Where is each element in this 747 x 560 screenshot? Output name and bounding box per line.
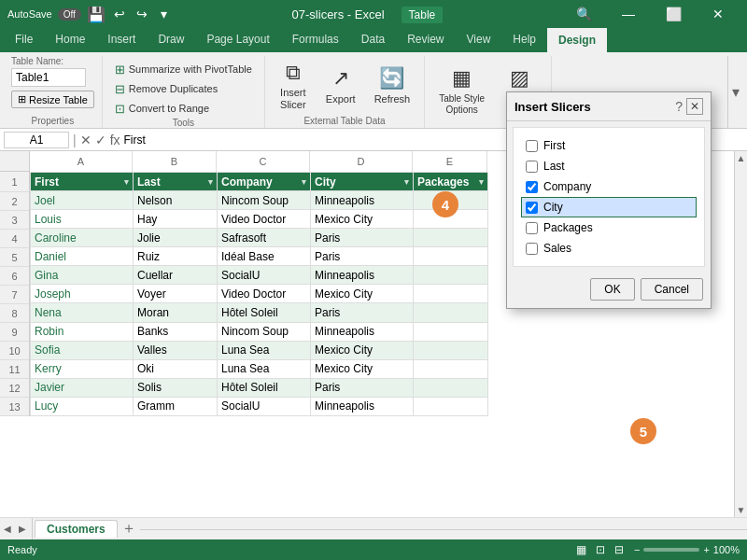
cell-r11-city[interactable]: Mexico City (311, 359, 414, 378)
cell-r10-city[interactable]: Mexico City (311, 341, 414, 359)
dialog-close-button[interactable]: ✕ (686, 98, 703, 115)
tab-help[interactable]: Help (501, 28, 547, 52)
cell-r3-first[interactable]: Louis (31, 210, 134, 229)
slicer-item-last[interactable]: Last (521, 156, 697, 176)
header-city[interactable]: City▾ (311, 173, 414, 191)
cell-r11-company[interactable]: Luna Sea (218, 359, 311, 378)
cell-r8-last[interactable]: Moran (134, 303, 218, 322)
cell-r4-first[interactable]: Caroline (31, 229, 134, 247)
undo-icon[interactable]: ↩ (111, 6, 128, 22)
cell-r3-city[interactable]: Mexico City (311, 210, 414, 229)
scroll-right-icon[interactable]: ▶ (15, 524, 30, 534)
cell-r11-first[interactable]: Kerry (31, 359, 134, 378)
tab-file[interactable]: File (4, 28, 44, 52)
header-last[interactable]: Last▾ (134, 173, 218, 191)
cell-r9-company[interactable]: Nincom Soup (218, 322, 311, 341)
cell-r10-packages[interactable] (414, 341, 488, 359)
cell-r12-packages[interactable] (414, 378, 488, 397)
cell-r5-last[interactable]: Ruiz (134, 247, 218, 266)
header-company[interactable]: Company▾ (218, 173, 311, 191)
tab-design[interactable]: Design (547, 28, 607, 52)
zoom-in-icon[interactable]: + (703, 544, 709, 555)
cell-r9-first[interactable]: Robin (31, 322, 134, 341)
page-layout-view-icon[interactable]: ⊡ (593, 542, 608, 557)
cell-r7-company[interactable]: Video Doctor (218, 285, 311, 303)
redo-icon[interactable]: ↪ (134, 6, 150, 22)
cell-r13-packages[interactable] (414, 397, 488, 415)
minimize-button[interactable]: — (607, 0, 650, 28)
cell-r8-company[interactable]: Hôtel Soleil (218, 303, 311, 322)
cell-r10-last[interactable]: Valles (134, 341, 218, 359)
slicer-item-city[interactable]: City (521, 197, 697, 217)
save-icon[interactable]: 💾 (87, 6, 106, 23)
col-header-c[interactable]: C (217, 151, 310, 172)
zoom-slider-track[interactable] (643, 548, 699, 552)
cell-r11-packages[interactable] (414, 359, 488, 378)
dialog-help-icon[interactable]: ? (675, 99, 683, 114)
page-break-view-icon[interactable]: ⊟ (612, 542, 627, 557)
tab-page-layout[interactable]: Page Layout (195, 28, 280, 52)
cell-r6-city[interactable]: Minneapolis (311, 266, 414, 285)
scroll-up-icon[interactable]: ▲ (737, 153, 746, 163)
cell-r6-last[interactable]: Cuellar (134, 266, 218, 285)
cell-r9-last[interactable]: Banks (134, 322, 218, 341)
tab-home[interactable]: Home (44, 28, 96, 52)
scroll-left-icon[interactable]: ◀ (0, 524, 15, 534)
cell-r4-company[interactable]: Safrasoft (218, 229, 311, 247)
cell-r2-company[interactable]: Nincom Soup (218, 191, 311, 210)
close-button[interactable]: ✕ (697, 0, 740, 28)
cell-r9-city[interactable]: Minneapolis (311, 322, 414, 341)
cell-r2-last[interactable]: Nelson (134, 191, 218, 210)
slicer-item-first[interactable]: First (521, 135, 697, 156)
cell-r7-first[interactable]: Joseph (31, 285, 134, 303)
remove-duplicates-button[interactable]: ⊟ Remove Duplicates (110, 79, 222, 98)
cell-r7-city[interactable]: Mexico City (311, 285, 414, 303)
cell-r12-last[interactable]: Solis (134, 378, 218, 397)
refresh-button[interactable]: 🔄 Refresh (368, 59, 417, 113)
cell-r2-first[interactable]: Joel (31, 191, 134, 210)
name-box[interactable] (4, 132, 69, 148)
table-name-input[interactable] (11, 68, 86, 87)
cell-r2-city[interactable]: Minneapolis (311, 191, 414, 210)
tab-formulas[interactable]: Formulas (281, 28, 350, 52)
col-header-e[interactable]: E (413, 151, 487, 172)
export-button[interactable]: ↗ Export (319, 59, 362, 113)
vertical-scrollbar[interactable]: ▲ ▼ (734, 151, 747, 517)
slicer-item-sales[interactable]: Sales (521, 238, 697, 259)
cell-r2-packages[interactable] (414, 191, 488, 210)
cell-r8-first[interactable]: Nena (31, 303, 134, 322)
slicer-checkbox-sales[interactable] (526, 243, 538, 255)
table-style-options-button[interactable]: ▦ Table StyleOptions (432, 64, 491, 119)
cell-r13-first[interactable]: Lucy (31, 397, 134, 415)
normal-view-icon[interactable]: ▦ (574, 542, 589, 557)
formula-fn-icon[interactable]: fx (110, 133, 120, 147)
slicer-item-packages[interactable]: Packages (521, 217, 697, 238)
insert-slicers-dialog[interactable]: Insert Slicers ? ✕ First Last Company Ci… (506, 91, 712, 309)
cell-r13-company[interactable]: SocialU (218, 397, 311, 415)
slicer-checkbox-city[interactable] (526, 202, 538, 214)
cell-r11-last[interactable]: Oki (134, 359, 218, 378)
formula-cancel-icon[interactable]: ✕ (80, 133, 92, 147)
cell-r12-company[interactable]: Hôtel Soleil (218, 378, 311, 397)
cell-r12-city[interactable]: Paris (311, 378, 414, 397)
cell-r9-packages[interactable] (414, 322, 488, 341)
cell-r6-company[interactable]: SocialU (218, 266, 311, 285)
cell-r3-packages[interactable] (414, 210, 488, 229)
tab-data[interactable]: Data (350, 28, 396, 52)
cell-r4-city[interactable]: Paris (311, 229, 414, 247)
cell-r13-city[interactable]: Minneapolis (311, 397, 414, 415)
slicer-checkbox-company[interactable] (526, 181, 538, 193)
dialog-ok-button[interactable]: OK (590, 278, 634, 301)
slicer-checkbox-first[interactable] (526, 140, 538, 152)
col-header-d[interactable]: D (310, 151, 413, 172)
cell-r3-last[interactable]: Hay (134, 210, 218, 229)
cell-r10-first[interactable]: Sofia (31, 341, 134, 359)
zoom-out-icon[interactable]: − (634, 544, 640, 555)
autosave-toggle[interactable]: Off (58, 8, 81, 21)
header-packages[interactable]: Packages▾ (414, 173, 488, 191)
dialog-cancel-button[interactable]: Cancel (641, 278, 703, 301)
header-first[interactable]: First▾ (31, 173, 134, 191)
tab-draw[interactable]: Draw (147, 28, 195, 52)
cell-r8-city[interactable]: Paris (311, 303, 414, 322)
formula-confirm-icon[interactable]: ✓ (95, 133, 106, 147)
